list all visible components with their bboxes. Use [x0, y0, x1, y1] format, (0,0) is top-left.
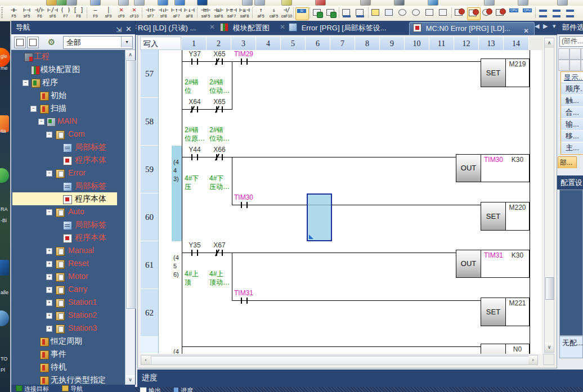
align-left-icon[interactable]: [537, 7, 550, 19]
tree-item-motor[interactable]: + Motor: [11, 270, 124, 283]
tree-item-event[interactable]: 事件: [11, 348, 124, 361]
column-header-cell[interactable]: 11: [429, 37, 454, 50]
toolbar-icon[interactable]: [118, 0, 129, 6]
toolbar-icon[interactable]: [46, 0, 57, 6]
align-right-icon[interactable]: [551, 7, 563, 19]
ladder-tool-button[interactable]: ✕ cF10: [128, 6, 141, 20]
contact-closed[interactable]: [207, 106, 232, 112]
tab-output[interactable]: 输出: [140, 387, 161, 392]
tree-item-module-config[interactable]: 模块配置图: [11, 63, 124, 76]
edit-mode-selector[interactable]: 写入 ▾: [140, 37, 181, 50]
tree-item-station3[interactable]: + Station3: [11, 322, 124, 335]
expand-all-button[interactable]: [27, 37, 39, 48]
toolbar-icon[interactable]: [66, 0, 77, 6]
instruction-block[interactable]: OUT TIM30 K30: [456, 154, 530, 182]
document-tab[interactable]: Error [PRG] [局部标签设...: [289, 21, 387, 34]
ladder-diagram[interactable]: 57 58 59 60 61 62 (443) (456) (4 Y37 2#错: [141, 50, 542, 354]
tree-item-program-body[interactable]: 程序本体: [11, 154, 124, 166]
tree-item-program[interactable]: − 程序: [11, 76, 124, 89]
instruction-block[interactable]: N0: [481, 344, 530, 354]
list-item[interactable]: 移...: [561, 130, 583, 142]
ladder-tool-button[interactable]: ⊢↑⊣ aF7: [170, 6, 183, 20]
editor-vertical-scrollbar[interactable]: ∧ ∨: [544, 38, 554, 353]
tree-item-main[interactable]: − MAIN: [11, 115, 124, 128]
favorite-star-icon[interactable]: [558, 60, 569, 71]
insert-row-icon[interactable]: [341, 7, 353, 19]
tree-item-local-label[interactable]: 局部标签: [11, 179, 124, 192]
contact-open[interactable]: [182, 58, 207, 65]
column-header-cell[interactable]: 3: [231, 37, 256, 50]
ladder-tool-button[interactable]: ⊢⇊⊣ saF8: [238, 6, 251, 20]
tab-navigation[interactable]: 导航: [62, 385, 83, 392]
toolbar-icon[interactable]: [197, 0, 208, 6]
ladder-tool-button[interactable]: ⊢↓⊣ aF8: [183, 6, 196, 20]
tree-item-scan[interactable]: − 扫描: [11, 102, 124, 115]
contact-closed[interactable]: [207, 58, 232, 65]
toolbar-icon[interactable]: [158, 0, 168, 6]
column-header-cell[interactable]: 10: [405, 37, 429, 50]
contact-closed[interactable]: [207, 154, 232, 160]
device-comment-icon[interactable]: [454, 7, 466, 19]
editor-horizontal-scrollbar[interactable]: ‹ ›: [141, 355, 538, 365]
tree-item-reset[interactable]: + Reset: [11, 257, 124, 270]
toolbar-icon[interactable]: [518, 0, 528, 6]
scroll-up-icon[interactable]: ∧: [125, 50, 135, 60]
list-item[interactable]: 输...: [561, 119, 583, 130]
instruction-block[interactable]: OUT TIM31 K30: [456, 250, 530, 278]
ladder-tool-button[interactable]: ✕ cF9: [115, 6, 128, 20]
part-tool-icon[interactable]: [581, 60, 583, 71]
expander-icon[interactable]: −: [46, 132, 52, 138]
ladder-tool-button[interactable]: ⊣/⊢ F6: [33, 6, 46, 20]
expander-icon[interactable]: −: [38, 119, 44, 125]
tree-item-standby[interactable]: 待机: [11, 361, 124, 373]
column-header-cell[interactable]: 14: [504, 37, 529, 50]
view-filter-select[interactable]: 全部 ▾: [63, 36, 133, 49]
find-icon[interactable]: [397, 7, 410, 19]
column-header-cell[interactable]: 7: [330, 37, 355, 50]
ladder-tool-button[interactable]: ( ) F7: [59, 6, 72, 20]
expander-icon[interactable]: −: [46, 209, 52, 215]
toolbar-icon[interactable]: [174, 0, 185, 6]
config-panel-body[interactable]: [559, 190, 583, 336]
expander-icon[interactable]: +: [46, 326, 52, 332]
zoom-out-icon[interactable]: [438, 7, 450, 19]
toolbar-icon[interactable]: [557, 0, 568, 6]
tree-item-carry[interactable]: + Carry: [11, 283, 124, 296]
tree-item-com[interactable]: − Com: [11, 128, 124, 141]
chevron-down-icon[interactable]: ▾: [143, 42, 178, 47]
tree-item-no-execution-type[interactable]: 无执行类型指定: [11, 373, 124, 385]
ladder-tool-button[interactable]: ↓ caF5: [267, 6, 280, 20]
find-next-icon[interactable]: [411, 7, 423, 19]
part-category-select[interactable]: (部件...: [559, 36, 583, 47]
toolbar-icon[interactable]: [394, 0, 405, 6]
ladder-tool-button[interactable]: ⊣↑⊢ sF7: [144, 6, 157, 20]
tab-connection-destination[interactable]: 连接目标: [16, 385, 49, 392]
list-item[interactable]: 触...: [561, 95, 583, 107]
close-icon[interactable]: ✕: [280, 23, 285, 31]
expander-icon[interactable]: −: [23, 80, 29, 86]
part-tool-icon[interactable]: [569, 60, 581, 71]
ladder-tool-button[interactable]: ⊢⊣ sF5: [20, 6, 33, 20]
contact-open[interactable]: [182, 154, 207, 160]
instruction-block[interactable]: SET M221: [481, 298, 530, 326]
part-tool-icon[interactable]: [581, 48, 583, 60]
scroll-left-icon[interactable]: ‹: [141, 355, 150, 364]
tab-list-icon[interactable]: ▾: [553, 22, 556, 30]
ladder-tool-button[interactable]: ↑ aF5: [254, 6, 267, 20]
edit-ladder-symbol-icon[interactable]: [312, 7, 324, 19]
expander-icon[interactable]: +: [46, 287, 52, 293]
contact-closed[interactable]: [182, 106, 207, 112]
next-tab-icon[interactable]: ▶: [543, 22, 548, 30]
toolbar-icon[interactable]: [242, 0, 253, 6]
scroll-down-icon[interactable]: ∨: [545, 343, 554, 352]
column-header-cell[interactable]: 8: [355, 37, 380, 50]
ladder-tool-button[interactable]: ⊣↓⊢ sF8: [157, 6, 170, 20]
si-instruction-icon[interactable]: SI: [295, 7, 309, 20]
column-header-cell[interactable]: 12: [454, 37, 479, 50]
tree-item-local-label[interactable]: 局部标签: [11, 141, 124, 154]
contact-open[interactable]: [232, 58, 257, 65]
ladder-tool-button[interactable]: │ sF9: [102, 6, 115, 20]
contact-open[interactable]: [232, 202, 257, 208]
insert-column-icon[interactable]: [355, 7, 367, 19]
list-item[interactable]: 主...: [561, 142, 583, 154]
